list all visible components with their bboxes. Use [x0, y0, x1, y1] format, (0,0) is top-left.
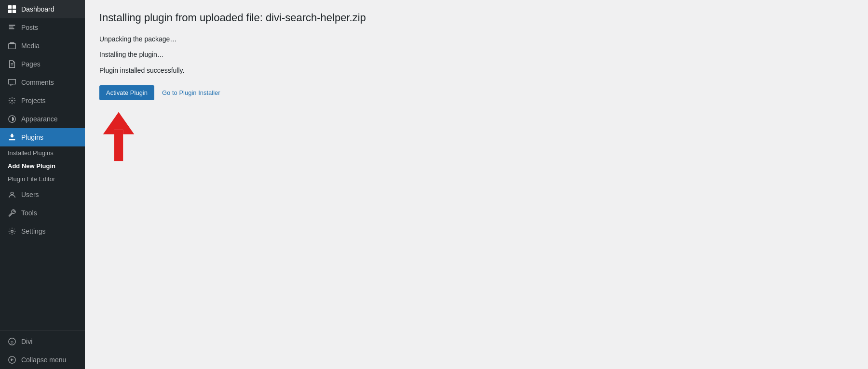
sidebar-item-pages[interactable]: Pages — [0, 55, 85, 73]
sidebar-item-projects[interactable]: Projects — [0, 92, 85, 110]
sidebar-item-label: Plugins — [21, 133, 43, 141]
sidebar-item-label: Appearance — [21, 115, 58, 123]
sidebar-divi-label: Divi — [21, 338, 32, 345]
users-icon — [8, 190, 16, 199]
page-title: Installing plugin from uploaded file: di… — [99, 12, 854, 24]
sidebar-item-label: Media — [21, 42, 40, 50]
sidebar-item-users[interactable]: Users — [0, 185, 85, 204]
svg-point-9 — [11, 192, 13, 195]
posts-icon — [8, 23, 16, 32]
svg-text:D: D — [11, 340, 14, 344]
sidebar-item-dashboard[interactable]: Dashboard — [0, 0, 85, 18]
svg-rect-8 — [9, 139, 15, 141]
sub-item-label: Installed Plugins — [8, 149, 54, 157]
sidebar-item-posts[interactable]: Posts — [0, 18, 85, 37]
svg-rect-0 — [8, 5, 12, 9]
sidebar-item-media[interactable]: Media — [0, 37, 85, 55]
pages-icon — [8, 60, 16, 68]
sidebar-item-label: Projects — [21, 97, 46, 105]
projects-icon — [8, 96, 16, 105]
dashboard-icon — [8, 5, 16, 13]
status-unpacking: Unpacking the package… — [99, 34, 854, 44]
sidebar-item-label: Tools — [21, 209, 37, 217]
main-content: Installing plugin from uploaded file: di… — [85, 0, 868, 369]
sidebar-item-label: Users — [21, 191, 39, 198]
svg-rect-3 — [13, 10, 16, 13]
divi-icon: D — [8, 337, 16, 346]
media-icon — [8, 41, 16, 50]
svg-rect-1 — [13, 5, 16, 9]
collapse-icon — [8, 356, 16, 364]
sidebar-item-tools[interactable]: Tools — [0, 204, 85, 222]
sidebar-item-label: Settings — [21, 227, 46, 235]
sidebar-item-divi[interactable]: D Divi — [0, 332, 85, 351]
sidebar-divider — [0, 330, 85, 330]
sidebar-item-label: Pages — [21, 60, 41, 68]
svg-rect-14 — [114, 130, 123, 161]
plugins-icon — [8, 133, 16, 142]
settings-icon — [8, 227, 16, 236]
activate-plugin-button[interactable]: Activate Plugin — [99, 85, 154, 100]
red-arrow-icon — [99, 110, 138, 168]
sidebar-sub-installed-plugins[interactable]: Installed Plugins — [0, 146, 85, 159]
sub-item-label: Plugin File Editor — [8, 175, 55, 183]
annotation-arrow — [99, 110, 138, 168]
sidebar-item-label: Dashboard — [21, 5, 54, 13]
svg-point-7 — [11, 100, 13, 102]
action-buttons: Activate Plugin Go to Plugin Installer — [99, 85, 854, 100]
go-to-installer-link[interactable]: Go to Plugin Installer — [162, 89, 220, 96]
sidebar-item-comments[interactable]: Comments — [0, 73, 85, 92]
status-success: Plugin installed successfully. — [99, 65, 854, 76]
sub-item-label: Add New Plugin — [8, 162, 55, 170]
svg-rect-4 — [9, 44, 15, 49]
comments-icon — [8, 78, 16, 87]
sidebar-collapse-label: Collapse menu — [21, 356, 66, 364]
tools-icon — [8, 209, 16, 217]
appearance-icon — [8, 115, 16, 123]
status-installing: Installing the plugin… — [99, 49, 854, 60]
sidebar-item-collapse[interactable]: Collapse menu — [0, 351, 85, 369]
sidebar-sub-add-new-plugin[interactable]: Add New Plugin — [0, 159, 85, 172]
svg-point-10 — [11, 230, 14, 233]
sidebar-item-plugins[interactable]: Plugins — [0, 128, 85, 146]
sidebar-sub-plugin-file-editor[interactable]: Plugin File Editor — [0, 172, 85, 185]
sidebar: Dashboard Posts Media Pages Comments Pro… — [0, 0, 85, 369]
sidebar-item-settings[interactable]: Settings — [0, 222, 85, 240]
sidebar-item-appearance[interactable]: Appearance — [0, 110, 85, 128]
sidebar-item-label: Comments — [21, 79, 54, 86]
sidebar-item-label: Posts — [21, 24, 38, 31]
svg-rect-2 — [8, 10, 12, 13]
